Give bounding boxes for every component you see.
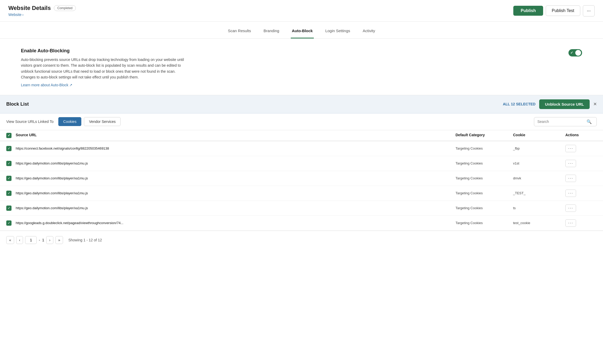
auto-block-content: Enable Auto-Blocking Auto-blocking preve… [21,48,191,87]
filter-label: View Source URLs Linked To [6,120,54,124]
page-header: Website Details Completed Website › Publ… [0,0,603,22]
tabs-nav: Scan Results Branding Auto-Block Login S… [0,24,603,39]
more-options-button[interactable]: ··· [583,5,595,16]
search-box[interactable]: 🔍 [534,117,597,126]
row-cookie-5: test_cookie [513,221,565,225]
tab-branding[interactable]: Branding [263,24,280,38]
row-cookie-1: v1st [513,161,565,165]
breadcrumb-arrow: › [22,13,24,17]
tab-auto-block[interactable]: Auto-Block [291,24,314,38]
table-row: ✓ https://connect.facebook.net/signals/c… [0,141,603,156]
header-title-area: Website Details Completed [8,5,76,12]
row-default-category-5: Targeting Cookies [456,221,513,225]
table-header: ✓ Source URL Default Category Cookie Act… [0,130,603,141]
row-checkbox-3[interactable]: ✓ [6,191,16,196]
page-input[interactable] [25,236,37,244]
page-info: Showing 1 - 12 of 12 [68,238,102,242]
header-checkbox-col: ✓ [6,133,16,138]
tab-scan-results[interactable]: Scan Results [227,24,252,38]
block-list-title: Block List [6,101,29,107]
row-checkbox-1[interactable]: ✓ [6,161,16,166]
filter-left: View Source URLs Linked To Cookies Vendo… [6,117,121,126]
unblock-source-url-button[interactable]: Unblock Source URL [539,99,590,109]
row-default-category-1: Targeting Cookies [456,161,513,165]
status-badge: Completed [54,5,76,11]
row-actions-button-0[interactable]: ··· [565,145,576,152]
row-source-url-5: https://googleads.g.doubleclick.net/page… [16,221,456,225]
learn-more-link[interactable]: Learn more about Auto-Block ↗ [21,83,72,87]
block-list-actions: ALL 12 SELECTED Unblock Source URL × [503,99,597,109]
auto-block-title: Enable Auto-Blocking [21,48,191,54]
tab-login-settings[interactable]: Login Settings [324,24,351,38]
row-checkbox-check-2[interactable]: ✓ [6,176,12,181]
table-row: ✓ https://geo.dailymotion.com/libs/playe… [0,201,603,216]
row-cookie-0: _fbp [513,146,565,150]
row-checkbox-0[interactable]: ✓ [6,146,16,151]
pagination: « ‹ - 1 › » Showing 1 - 12 of 12 [0,231,603,249]
search-input[interactable] [537,120,584,124]
auto-block-header: Enable Auto-Blocking Auto-blocking preve… [21,48,582,87]
filter-vendor-services-button[interactable]: Vendor Services [84,117,121,126]
external-link-icon: ↗ [69,83,72,87]
auto-block-section: Enable Auto-Blocking Auto-blocking preve… [0,39,603,95]
col-actions: Actions [565,133,597,138]
next-page-button[interactable]: › [46,236,53,244]
filter-cookies-button[interactable]: Cookies [58,117,82,126]
col-source-url: Source URL [16,133,456,138]
toggle-check-icon: ✓ [570,51,573,55]
total-pages: 1 [42,238,44,242]
table-body: ✓ https://connect.facebook.net/signals/c… [0,141,603,231]
row-actions-4: ··· [565,204,597,212]
row-cookie-2: dmvk [513,176,565,180]
row-source-url-2: https://geo.dailymotion.com/libs/player/… [16,176,456,180]
close-block-list-button[interactable]: × [593,101,597,107]
row-checkbox-2[interactable]: ✓ [6,176,16,181]
row-checkbox-check-1[interactable]: ✓ [6,161,12,166]
row-source-url-3: https://geo.dailymotion.com/libs/player/… [16,191,456,195]
all-selected-label[interactable]: ALL 12 SELECTED [503,102,536,106]
tab-activity[interactable]: Activity [362,24,376,38]
auto-block-toggle[interactable]: ✓ [568,49,582,56]
row-actions-5: ··· [565,219,597,227]
first-page-button[interactable]: « [6,236,14,244]
table-row: ✓ https://geo.dailymotion.com/libs/playe… [0,186,603,201]
row-checkbox-check-3[interactable]: ✓ [6,191,12,196]
row-actions-0: ··· [565,145,597,152]
row-cookie-3: _TEST_ [513,191,565,195]
prev-page-button[interactable]: ‹ [16,236,23,244]
row-actions-button-4[interactable]: ··· [565,204,576,212]
publish-button[interactable]: Publish [513,6,543,16]
row-checkbox-check-4[interactable]: ✓ [6,206,12,211]
publish-test-button[interactable]: Publish Test [546,5,580,16]
row-checkbox-check-5[interactable]: ✓ [6,220,12,226]
row-default-category-3: Targeting Cookies [456,191,513,195]
row-actions-button-1[interactable]: ··· [565,160,576,167]
row-source-url-4: https://geo.dailymotion.com/libs/player/… [16,206,456,210]
row-checkbox-5[interactable]: ✓ [6,220,16,226]
row-actions-button-5[interactable]: ··· [565,219,576,227]
row-cookie-4: ts [513,206,565,210]
page-separator: - [39,238,40,242]
last-page-button[interactable]: » [55,236,63,244]
row-default-category-4: Targeting Cookies [456,206,513,210]
row-source-url-0: https://connect.facebook.net/signals/con… [16,146,456,150]
table-row: ✓ https://geo.dailymotion.com/libs/playe… [0,171,603,186]
row-actions-1: ··· [565,160,597,167]
row-default-category-0: Targeting Cookies [456,146,513,150]
filter-row: View Source URLs Linked To Cookies Vendo… [0,113,603,130]
row-source-url-1: https://geo.dailymotion.com/libs/player/… [16,161,456,165]
row-actions-2: ··· [565,175,597,182]
check-icon: ✓ [8,133,10,137]
auto-block-toggle-container[interactable]: ✓ [568,49,582,56]
row-actions-button-2[interactable]: ··· [565,175,576,182]
row-checkbox-4[interactable]: ✓ [6,206,16,211]
header-left: Website Details Completed Website › [8,5,76,17]
row-checkbox-check-0[interactable]: ✓ [6,146,12,151]
learn-more-text: Learn more about Auto-Block [21,83,68,87]
header-actions: Publish Publish Test ··· [513,5,595,16]
auto-block-description: Auto-blocking prevents source URLs that … [21,57,191,80]
select-all-checkbox[interactable]: ✓ [6,133,12,138]
breadcrumb[interactable]: Website › [8,13,76,17]
block-list-header: Block List ALL 12 SELECTED Unblock Sourc… [0,95,603,113]
row-actions-button-3[interactable]: ··· [565,190,576,197]
